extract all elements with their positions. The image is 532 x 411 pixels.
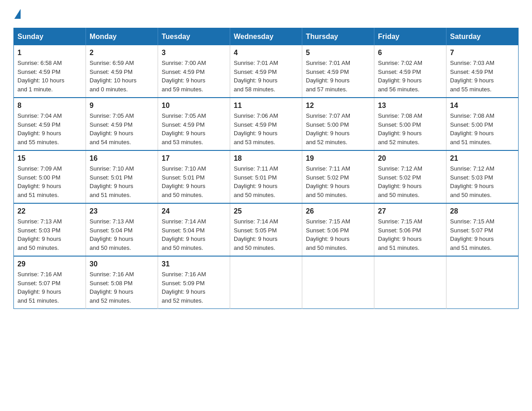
calendar-cell: 13 Sunrise: 7:08 AMSunset: 5:00 PMDaylig… bbox=[374, 98, 446, 150]
day-info: Sunrise: 7:10 AMSunset: 5:01 PMDaylight:… bbox=[162, 164, 226, 199]
day-number: 4 bbox=[234, 49, 298, 57]
day-info: Sunrise: 7:01 AMSunset: 4:59 PMDaylight:… bbox=[234, 59, 298, 94]
calendar-cell bbox=[302, 256, 374, 309]
calendar-cell: 26 Sunrise: 7:15 AMSunset: 5:06 PMDaylig… bbox=[302, 203, 374, 256]
day-info: Sunrise: 7:15 AMSunset: 5:06 PMDaylight:… bbox=[306, 217, 370, 252]
logo-triangle-icon bbox=[14, 9, 21, 19]
day-info: Sunrise: 7:02 AMSunset: 4:59 PMDaylight:… bbox=[378, 59, 442, 94]
day-number: 9 bbox=[90, 102, 154, 110]
day-number: 30 bbox=[90, 260, 154, 268]
column-header-monday: Monday bbox=[86, 28, 158, 46]
day-info: Sunrise: 7:16 AMSunset: 5:08 PMDaylight:… bbox=[90, 270, 154, 305]
day-number: 25 bbox=[234, 207, 298, 215]
day-info: Sunrise: 7:08 AMSunset: 5:00 PMDaylight:… bbox=[378, 111, 442, 146]
day-number: 31 bbox=[162, 260, 226, 268]
day-info: Sunrise: 7:00 AMSunset: 4:59 PMDaylight:… bbox=[162, 59, 226, 94]
calendar-cell: 31 Sunrise: 7:16 AMSunset: 5:09 PMDaylig… bbox=[158, 256, 230, 309]
day-number: 20 bbox=[378, 154, 442, 163]
calendar-cell: 27 Sunrise: 7:15 AMSunset: 5:06 PMDaylig… bbox=[374, 203, 446, 256]
day-info: Sunrise: 7:08 AMSunset: 5:00 PMDaylight:… bbox=[450, 111, 515, 146]
day-info: Sunrise: 7:15 AMSunset: 5:06 PMDaylight:… bbox=[378, 217, 442, 252]
calendar-cell bbox=[446, 256, 519, 309]
calendar-cell: 11 Sunrise: 7:06 AMSunset: 4:59 PMDaylig… bbox=[230, 98, 302, 150]
day-number: 12 bbox=[306, 102, 370, 110]
day-number: 10 bbox=[162, 102, 226, 110]
day-info: Sunrise: 7:13 AMSunset: 5:04 PMDaylight:… bbox=[90, 217, 154, 252]
day-info: Sunrise: 7:01 AMSunset: 4:59 PMDaylight:… bbox=[306, 59, 370, 94]
calendar-cell: 24 Sunrise: 7:14 AMSunset: 5:04 PMDaylig… bbox=[158, 203, 230, 256]
calendar-cell: 9 Sunrise: 7:05 AMSunset: 4:59 PMDayligh… bbox=[86, 98, 158, 150]
calendar-cell: 30 Sunrise: 7:16 AMSunset: 5:08 PMDaylig… bbox=[86, 256, 158, 309]
calendar-cell: 1 Sunrise: 6:58 AMSunset: 4:59 PMDayligh… bbox=[14, 45, 86, 98]
calendar-header-row: SundayMondayTuesdayWednesdayThursdayFrid… bbox=[14, 28, 519, 46]
day-info: Sunrise: 7:16 AMSunset: 5:09 PMDaylight:… bbox=[162, 270, 226, 305]
calendar-cell: 19 Sunrise: 7:11 AMSunset: 5:02 PMDaylig… bbox=[302, 150, 374, 203]
day-info: Sunrise: 7:15 AMSunset: 5:07 PMDaylight:… bbox=[450, 217, 515, 252]
day-info: Sunrise: 7:10 AMSunset: 5:01 PMDaylight:… bbox=[90, 164, 154, 199]
column-header-wednesday: Wednesday bbox=[230, 28, 302, 46]
day-info: Sunrise: 7:12 AMSunset: 5:03 PMDaylight:… bbox=[450, 164, 515, 199]
calendar-cell: 12 Sunrise: 7:07 AMSunset: 5:00 PMDaylig… bbox=[302, 98, 374, 150]
day-info: Sunrise: 7:06 AMSunset: 4:59 PMDaylight:… bbox=[234, 111, 298, 146]
calendar-cell: 4 Sunrise: 7:01 AMSunset: 4:59 PMDayligh… bbox=[230, 45, 302, 98]
day-info: Sunrise: 7:14 AMSunset: 5:05 PMDaylight:… bbox=[234, 217, 298, 252]
calendar-cell: 25 Sunrise: 7:14 AMSunset: 5:05 PMDaylig… bbox=[230, 203, 302, 256]
day-number: 29 bbox=[17, 260, 82, 268]
day-number: 18 bbox=[234, 154, 298, 163]
day-info: Sunrise: 7:11 AMSunset: 5:01 PMDaylight:… bbox=[234, 164, 298, 199]
calendar-week-row: 1 Sunrise: 6:58 AMSunset: 4:59 PMDayligh… bbox=[14, 45, 519, 98]
day-number: 8 bbox=[17, 102, 82, 110]
day-number: 13 bbox=[378, 102, 442, 110]
day-info: Sunrise: 6:58 AMSunset: 4:59 PMDaylight:… bbox=[17, 59, 82, 94]
page-header bbox=[13, 9, 519, 19]
logo bbox=[13, 9, 21, 19]
day-info: Sunrise: 7:04 AMSunset: 4:59 PMDaylight:… bbox=[17, 111, 82, 146]
calendar-week-row: 29 Sunrise: 7:16 AMSunset: 5:07 PMDaylig… bbox=[14, 256, 519, 309]
calendar-cell: 5 Sunrise: 7:01 AMSunset: 4:59 PMDayligh… bbox=[302, 45, 374, 98]
day-number: 22 bbox=[17, 207, 82, 215]
calendar-cell: 7 Sunrise: 7:03 AMSunset: 4:59 PMDayligh… bbox=[446, 45, 519, 98]
day-number: 26 bbox=[306, 207, 370, 215]
day-number: 19 bbox=[306, 154, 370, 163]
day-number: 17 bbox=[162, 154, 226, 163]
calendar-cell: 21 Sunrise: 7:12 AMSunset: 5:03 PMDaylig… bbox=[446, 150, 519, 203]
calendar-cell: 6 Sunrise: 7:02 AMSunset: 4:59 PMDayligh… bbox=[374, 45, 446, 98]
column-header-thursday: Thursday bbox=[302, 28, 374, 46]
day-number: 7 bbox=[450, 49, 515, 57]
calendar-cell: 29 Sunrise: 7:16 AMSunset: 5:07 PMDaylig… bbox=[14, 256, 86, 309]
calendar-week-row: 22 Sunrise: 7:13 AMSunset: 5:03 PMDaylig… bbox=[14, 203, 519, 256]
calendar-cell: 20 Sunrise: 7:12 AMSunset: 5:02 PMDaylig… bbox=[374, 150, 446, 203]
day-number: 27 bbox=[378, 207, 442, 215]
day-number: 16 bbox=[90, 154, 154, 163]
calendar-cell: 16 Sunrise: 7:10 AMSunset: 5:01 PMDaylig… bbox=[86, 150, 158, 203]
day-info: Sunrise: 7:03 AMSunset: 4:59 PMDaylight:… bbox=[450, 59, 515, 94]
day-info: Sunrise: 7:07 AMSunset: 5:00 PMDaylight:… bbox=[306, 111, 370, 146]
day-number: 2 bbox=[90, 49, 154, 57]
day-info: Sunrise: 6:59 AMSunset: 4:59 PMDaylight:… bbox=[90, 59, 154, 94]
day-number: 3 bbox=[162, 49, 226, 57]
day-number: 14 bbox=[450, 102, 515, 110]
calendar-cell: 18 Sunrise: 7:11 AMSunset: 5:01 PMDaylig… bbox=[230, 150, 302, 203]
calendar-cell: 2 Sunrise: 6:59 AMSunset: 4:59 PMDayligh… bbox=[86, 45, 158, 98]
calendar-week-row: 8 Sunrise: 7:04 AMSunset: 4:59 PMDayligh… bbox=[14, 98, 519, 150]
day-info: Sunrise: 7:14 AMSunset: 5:04 PMDaylight:… bbox=[162, 217, 226, 252]
calendar-cell: 23 Sunrise: 7:13 AMSunset: 5:04 PMDaylig… bbox=[86, 203, 158, 256]
day-number: 1 bbox=[17, 49, 82, 57]
calendar-cell: 17 Sunrise: 7:10 AMSunset: 5:01 PMDaylig… bbox=[158, 150, 230, 203]
calendar-cell bbox=[230, 256, 302, 309]
day-info: Sunrise: 7:11 AMSunset: 5:02 PMDaylight:… bbox=[306, 164, 370, 199]
day-info: Sunrise: 7:05 AMSunset: 4:59 PMDaylight:… bbox=[162, 111, 226, 146]
column-header-saturday: Saturday bbox=[446, 28, 519, 46]
calendar-cell: 8 Sunrise: 7:04 AMSunset: 4:59 PMDayligh… bbox=[14, 98, 86, 150]
day-number: 11 bbox=[234, 102, 298, 110]
day-number: 24 bbox=[162, 207, 226, 215]
day-info: Sunrise: 7:13 AMSunset: 5:03 PMDaylight:… bbox=[17, 217, 82, 252]
calendar-cell: 15 Sunrise: 7:09 AMSunset: 5:00 PMDaylig… bbox=[14, 150, 86, 203]
day-number: 21 bbox=[450, 154, 515, 163]
calendar-cell: 3 Sunrise: 7:00 AMSunset: 4:59 PMDayligh… bbox=[158, 45, 230, 98]
calendar-cell: 10 Sunrise: 7:05 AMSunset: 4:59 PMDaylig… bbox=[158, 98, 230, 150]
day-info: Sunrise: 7:09 AMSunset: 5:00 PMDaylight:… bbox=[17, 164, 82, 199]
calendar-cell: 28 Sunrise: 7:15 AMSunset: 5:07 PMDaylig… bbox=[446, 203, 519, 256]
column-header-tuesday: Tuesday bbox=[158, 28, 230, 46]
calendar-table: SundayMondayTuesdayWednesdayThursdayFrid… bbox=[13, 28, 519, 309]
